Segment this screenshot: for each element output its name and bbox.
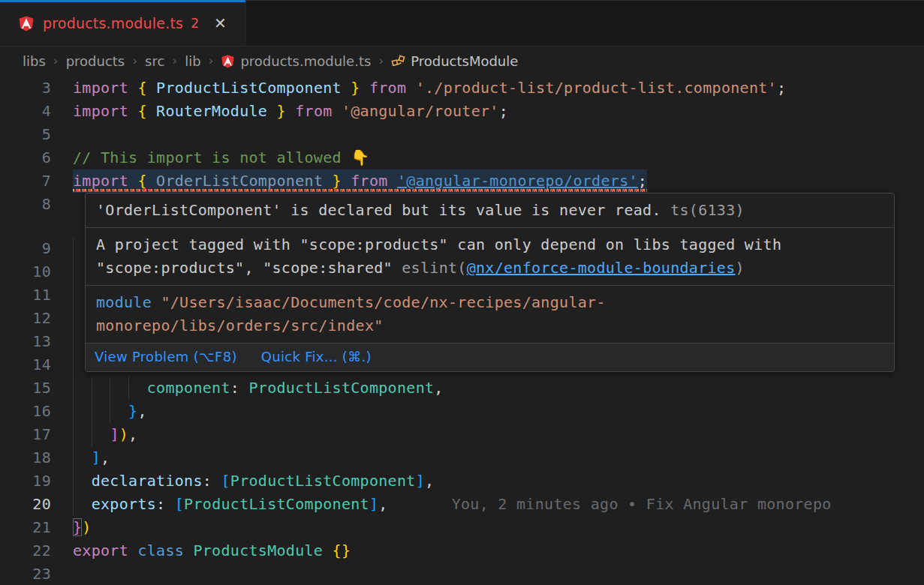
code-editor[interactable]: 3import { ProductListComponent } from '.… [0, 75, 924, 585]
breadcrumb: libs›products›src›lib› products.module.t… [0, 46, 924, 75]
line-number[interactable]: 11 [0, 284, 51, 307]
pointing-down-emoji: 👇 [351, 148, 369, 166]
line-number[interactable]: 20 [0, 493, 51, 516]
code-line[interactable]: 16 }, [0, 400, 924, 423]
line-number[interactable]: 9 [0, 237, 51, 260]
code-line[interactable]: 20 exports: [ProductListComponent],You, … [0, 493, 924, 516]
code-line[interactable]: 4import { RouterModule } from '@angular/… [0, 100, 924, 123]
code-content[interactable] [73, 123, 924, 146]
line-number[interactable]: 17 [0, 423, 51, 446]
line-number[interactable]: 12 [0, 307, 51, 330]
token: declarations [92, 472, 203, 490]
token: } [267, 102, 286, 120]
tab-problem-count-badge: 2 [191, 16, 199, 31]
line-number[interactable]: 5 [0, 123, 51, 146]
close-icon[interactable]: ✕ [214, 14, 227, 32]
tab-products-module[interactable]: products.module.ts 2 ✕ [0, 1, 246, 46]
error-highlighted-code: import { OrderListComponent } from '@ang… [73, 170, 647, 193]
line-number[interactable]: 13 [0, 330, 51, 353]
token: {} [333, 542, 351, 560]
token [73, 379, 147, 397]
breadcrumb-file[interactable]: products.module.ts [221, 53, 371, 69]
view-problem-action[interactable]: View Problem (⌥F8) [95, 344, 237, 371]
token [73, 448, 92, 466]
code-line[interactable]: 15 component: ProductListComponent, [0, 376, 924, 400]
token: ProductsModule [193, 542, 332, 560]
token: } [323, 172, 342, 190]
code-content[interactable]: component: ProductListComponent, [73, 376, 924, 400]
code-content[interactable]: }, [73, 400, 924, 423]
token: import [73, 102, 137, 120]
line-number[interactable]: 10 [0, 260, 51, 284]
indent-guide [73, 353, 74, 376]
code-content[interactable]: declarations: [ProductListComponent], [73, 470, 924, 493]
token: export [73, 542, 137, 560]
code-content[interactable]: exports: [ProductListComponent],You, 2 m… [73, 493, 924, 516]
token: , [434, 379, 443, 397]
line-number[interactable]: 14 [0, 353, 51, 376]
quick-fix-action[interactable]: Quick Fix... (⌘.) [261, 344, 372, 371]
token: } [73, 518, 82, 536]
indent-guide [73, 237, 74, 260]
line-number[interactable]: 19 [0, 470, 51, 493]
token: from [286, 102, 342, 120]
indent-guide [73, 307, 74, 330]
token: , [101, 448, 110, 466]
breadcrumb-item[interactable]: products [66, 53, 125, 69]
token: [ [175, 495, 184, 513]
eslint-rule-link[interactable]: @nx/enforce-module-boundaries [467, 259, 736, 277]
breadcrumb-item[interactable]: lib [185, 53, 200, 69]
code-line[interactable]: 22export class ProductsModule {} [0, 539, 924, 562]
line-number[interactable]: 4 [0, 100, 51, 123]
code-line[interactable]: 23 [0, 562, 924, 585]
code-line[interactable]: 21}) [0, 516, 924, 539]
code-content[interactable]: import { OrderListComponent } from '@ang… [73, 170, 924, 193]
code-content[interactable]: import { RouterModule } from '@angular/r… [73, 100, 924, 123]
code-text: }, [73, 400, 147, 423]
breadcrumb-symbol[interactable]: ProductsModule [391, 53, 518, 69]
line-number[interactable]: 15 [0, 376, 51, 400]
token: from [342, 172, 397, 190]
code-line[interactable]: 17 ]), [0, 423, 924, 446]
line-number[interactable]: 22 [0, 539, 51, 562]
code-content[interactable]: import { ProductListComponent } from './… [73, 76, 924, 100]
token: , [128, 425, 137, 443]
hover-eslint-diagnostic: A project tagged with "scope:products" c… [86, 228, 894, 286]
code-text: export class ProductsModule {} [73, 539, 351, 562]
code-content[interactable]: ], [73, 446, 924, 470]
line-number[interactable]: 23 [0, 562, 51, 585]
breadcrumb-item[interactable]: src [145, 53, 164, 69]
line-number[interactable]: 18 [0, 446, 51, 470]
code-line[interactable]: 19 declarations: [ProductListComponent], [0, 470, 924, 493]
code-line[interactable]: 3import { ProductListComponent } from '.… [0, 76, 924, 100]
breadcrumb-item[interactable]: libs [23, 53, 46, 69]
token [73, 472, 92, 490]
code-content[interactable] [73, 562, 924, 585]
line-number[interactable]: 16 [0, 400, 51, 423]
code-line[interactable]: 18 ], [0, 446, 924, 470]
line-number[interactable]: 3 [0, 76, 51, 100]
line-number[interactable]: 7 [0, 170, 51, 193]
code-text: import { RouterModule } from '@angular/r… [73, 100, 508, 123]
code-content[interactable]: }) [73, 516, 924, 539]
module-link[interactable]: '@angular-monorepo/orders' [397, 172, 638, 190]
token: import [73, 172, 137, 190]
token: ] [110, 425, 119, 443]
code-line[interactable]: 7import { OrderListComponent } from '@an… [0, 170, 924, 193]
angular-icon [18, 15, 35, 32]
line-number[interactable]: 21 [0, 516, 51, 539]
chevron-right-icon: › [132, 53, 137, 68]
token: , [425, 472, 434, 490]
code-content[interactable]: export class ProductsModule {} [73, 539, 924, 562]
code-text: // This import is not allowed 👇 [73, 146, 370, 170]
token [73, 425, 110, 443]
line-number[interactable]: 6 [0, 146, 51, 170]
angular-icon [221, 54, 235, 68]
code-content[interactable]: ]), [73, 423, 924, 446]
code-content[interactable]: // This import is not allowed 👇 [73, 146, 924, 170]
line-number[interactable]: 8 [0, 193, 51, 216]
token: { [137, 102, 156, 120]
code-line[interactable]: 6// This import is not allowed 👇 [0, 146, 924, 170]
code-line[interactable]: 5 [0, 123, 924, 146]
token: class [137, 542, 193, 560]
